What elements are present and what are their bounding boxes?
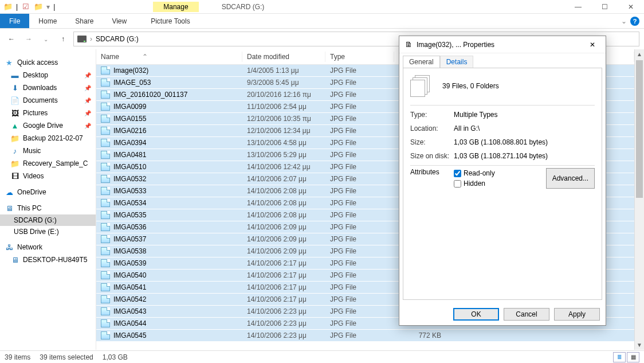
file-name: IMGA0539 [113,259,146,267]
properties-qat-icon[interactable]: ☑ [21,2,30,11]
column-date[interactable]: Date modified [242,52,325,62]
downloads-icon: ⬇ [10,83,19,92]
label-location: Location: [410,124,454,132]
scroll-down-button[interactable]: ▼ [635,340,644,350]
view-large-button[interactable]: ▦ [627,352,639,362]
file-name: IMAGE_053 [113,79,151,87]
pin-icon: 📌 [84,85,91,91]
sidebar-item-videos[interactable]: 🎞Videos [0,170,96,182]
tab-share[interactable]: Share [66,14,103,28]
jpg-file-icon [101,199,110,207]
jpg-file-icon [101,319,110,327]
value-size-on-disk: 1,03 GB (1.108.271.104 bytes) [454,152,548,160]
file-type: JPG File [325,307,394,315]
label-readonly: Read-only [464,169,495,177]
hidden-checkbox[interactable] [454,180,461,188]
sidebar-item-pictures[interactable]: 🖼Pictures📌 [0,107,96,119]
address-chevron[interactable]: › [90,35,92,43]
file-name: IMGA0510 [113,163,146,171]
navigation-pane: ★Quick access ▬Desktop📌 ⬇Downloads📌 📄Doc… [0,49,96,350]
readonly-checkbox[interactable] [454,170,461,177]
file-type: JPG File [325,211,394,219]
file-date: 9/3/2008 5:45 μμ [242,79,325,87]
file-date: 14/10/2006 2:09 μμ [242,223,325,231]
sidebar-item-music[interactable]: ♪Music [0,145,96,157]
quick-access-group[interactable]: ★Quick access [0,56,96,69]
minimize-button[interactable]: — [565,0,591,14]
ribbon-collapse-icon[interactable]: ⌄ [621,17,627,25]
folder-icon: 📁 [10,134,19,143]
label-hidden: Hidden [464,179,485,188]
file-name: IMGA0537 [113,235,146,243]
scroll-up-button[interactable]: ▲ [635,49,644,59]
tab-general[interactable]: General [403,56,440,68]
table-row[interactable]: IMGA054514/10/2006 2:23 μμJPG File772 KB [96,330,634,342]
advanced-button[interactable]: Advanced... [546,168,595,189]
cancel-button[interactable]: Cancel [504,308,549,321]
file-name: IMGA0544 [113,319,146,327]
onedrive-icon: ☁ [5,188,14,197]
address-path[interactable]: SDCARD (G:) [96,35,139,43]
qat-divider: | [53,3,55,11]
maximize-button[interactable]: ☐ [591,0,618,14]
file-date: 14/10/2006 2:09 μμ [242,247,325,255]
jpg-file-icon [101,235,110,243]
sidebar-item-desktop[interactable]: ▬Desktop📌 [0,69,96,81]
jpg-file-icon [101,163,110,171]
pin-icon: 📌 [84,97,91,104]
label-attributes: Attributes [410,168,454,189]
status-bar: 39 items 39 items selected 1,03 GB ≣ ▦ [0,350,644,363]
sidebar-item-sdcard[interactable]: SDCARD (G:) [0,214,96,226]
file-name: IMGA0540 [113,271,146,279]
thispc-group[interactable]: 🖥This PC [0,202,96,214]
ribbon: File Home Share View Picture Tools ⌄ ? [0,14,644,29]
file-date: 12/10/2006 12:34 μμ [242,127,325,135]
help-icon[interactable]: ? [630,17,639,26]
jpg-file-icon [101,151,110,159]
column-type[interactable]: Type [325,52,394,62]
tab-home[interactable]: Home [29,14,66,28]
close-button[interactable]: ✕ [618,0,644,14]
videos-icon: 🎞 [10,171,19,181]
ok-button[interactable]: OK [453,308,499,321]
file-date: 14/10/2006 2:17 μμ [242,271,325,279]
sidebar-item-google-drive[interactable]: ▲Google Drive📌 [0,119,96,132]
tab-details[interactable]: Details [440,56,474,68]
network-group[interactable]: 🖧Network [0,241,96,253]
sidebar-item-documents[interactable]: 📄Documents📌 [0,94,96,107]
jpg-file-icon [101,259,110,267]
back-button[interactable]: ← [5,32,18,46]
sidebar-item-usb[interactable]: USB Drive (E:) [0,226,96,237]
dialog-close-button[interactable]: ✕ [584,41,601,49]
status-size: 1,03 GB [103,353,128,361]
qat-dropdown[interactable]: ▾ [46,3,50,11]
jpg-file-icon [101,247,110,255]
sidebar-item-recovery[interactable]: 📁Recovery_Sample_C [0,157,96,170]
file-date: 13/10/2006 4:58 μμ [242,139,325,147]
file-name: IMGA0532 [113,175,146,183]
up-button[interactable]: ↑ [56,32,70,46]
forward-button[interactable]: → [22,32,36,46]
jpg-file-icon [101,307,110,315]
sidebar-item-downloads[interactable]: ⬇Downloads📌 [0,81,96,94]
manage-contextual-tab[interactable]: Manage [153,2,198,12]
file-type: JPG File [325,139,394,147]
folder-qat-icon[interactable]: 📁 [34,2,43,11]
apply-button[interactable]: Apply [554,308,600,321]
tab-view[interactable]: View [103,14,136,28]
column-name[interactable]: Name⌃ [96,52,242,62]
folder-icon: 📁 [3,2,13,11]
file-tab[interactable]: File [0,14,29,28]
vertical-scrollbar[interactable]: ▲ ▼ [634,49,644,350]
tab-picture-tools[interactable]: Picture Tools [142,14,199,28]
file-type: JPG File [325,67,394,75]
sidebar-item-backup[interactable]: 📁Backup 2021-02-07 [0,132,96,145]
label-size-on-disk: Size on disk: [410,152,454,160]
onedrive-group[interactable]: ☁OneDrive [0,186,96,198]
view-details-button[interactable]: ≣ [613,352,626,362]
recent-dropdown[interactable]: ⌄ [39,32,53,46]
file-name: Image(032) [113,67,148,75]
file-type: JPG File [325,91,394,99]
scroll-thumb[interactable] [636,60,643,198]
sidebar-item-desktop-net[interactable]: 🖥DESKTOP-HU849T5 [0,253,96,266]
